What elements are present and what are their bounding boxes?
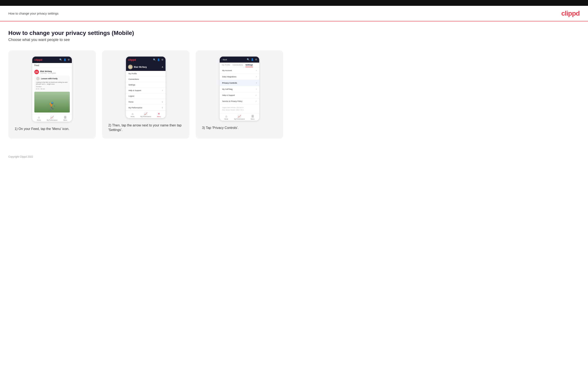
settings-item-helpsupport[interactable]: Help & Support ↗: [220, 92, 259, 98]
step-1-phone: clippd 🔍 👤 ⚙ Feed BM Blair McHarg: [32, 57, 72, 122]
step1-bottom-nav: ⌂ Home 📈 My Performance ☰ Menu: [32, 114, 72, 122]
step1-app-logo: clippd: [34, 58, 42, 61]
menu-item-settings[interactable]: Settings: [126, 82, 165, 88]
top-bar: [0, 0, 588, 6]
step3-app-icons: 🔍 👤 ⚙: [247, 58, 257, 61]
logo: clippd: [561, 9, 580, 17]
nav-menu3[interactable]: ☰ Menu: [246, 115, 259, 120]
home-icon: ⌂: [225, 115, 227, 118]
tab-myprofile[interactable]: My Profile: [222, 64, 230, 67]
step-2-phone: clippd 🔍 👤 ⚙ BM Blair McHarg ∧: [126, 57, 165, 118]
section-arrow: ∨: [162, 101, 163, 103]
step3-app-header: ‹ Back 🔍 👤 ⚙: [220, 57, 259, 63]
settings-icon: ⚙: [161, 58, 164, 61]
settings-item-dataintegrations[interactable]: Data Integrations ›: [220, 74, 259, 80]
arrow-icon: ›: [256, 88, 257, 90]
step1-app-header: clippd 🔍 👤 ⚙: [32, 57, 72, 63]
settings-tabs: My Profile Connections Settings: [220, 63, 259, 67]
user-icon: 👤: [63, 58, 66, 61]
settings-item-serviceprivacy[interactable]: Service & Privacy Policy ↗: [220, 98, 259, 104]
feed-post: BM Blair McHarg Yesterday · Sunningdale …: [32, 68, 72, 114]
user-icon: 👤: [157, 58, 160, 61]
nav-home3[interactable]: ⌂ Home: [220, 115, 233, 120]
nav-menu2-label: Menu: [157, 116, 161, 117]
arrow-icon: ›: [256, 82, 257, 84]
nav-home2[interactable]: ⌂ Home: [126, 112, 139, 117]
nav-performance-label: My Performance: [47, 119, 57, 121]
post-avatar: BM: [34, 70, 39, 74]
step1-app-icons: 🔍 👤 ⚙: [59, 58, 70, 61]
golf-image: 🏌️: [34, 92, 70, 112]
nav-performance2-label: My Performance: [140, 116, 151, 117]
tab-connections[interactable]: Connections: [233, 64, 243, 67]
settings-item-mygolfbag[interactable]: My Golf Bag ›: [220, 86, 259, 92]
menu-icon: ☰: [64, 116, 67, 119]
back-button[interactable]: ‹ Back: [222, 59, 227, 61]
menu-item-connections-label: Connections: [129, 78, 139, 80]
menu-section-home[interactable]: Home ∨: [126, 99, 165, 105]
nav-menu[interactable]: ☰ Menu: [59, 116, 72, 121]
menu-item-myprofile[interactable]: My Profile: [126, 71, 165, 76]
post-lesson-desc: Looking to feel like my hands are exitin…: [36, 81, 68, 85]
post-duration-value: 01 hr : 30 min: [36, 88, 68, 90]
post-content: 📋 Lesson with Fordy Looking to feel like…: [34, 75, 70, 92]
steps-container: clippd 🔍 👤 ⚙ Feed BM Blair McHarg: [8, 50, 283, 139]
step2-bottom-nav: ⌂ Home 📈 My Performance ✕ Menu: [126, 111, 165, 118]
header-title: How to change your privacy settings: [8, 12, 59, 15]
settings-icon: ⚙: [255, 58, 257, 61]
step-1-card: clippd 🔍 👤 ⚙ Feed BM Blair McHarg: [8, 50, 96, 139]
menu-item-helpsupport[interactable]: Help & Support ↗: [126, 88, 165, 93]
step-2-card: clippd 🔍 👤 ⚙ BM Blair McHarg ∧: [102, 50, 190, 139]
nav-performance3[interactable]: 📈 My Performance: [233, 115, 246, 120]
nav-performance2[interactable]: 📈 My Performance: [139, 112, 152, 117]
step2-app-icons: 🔍 👤 ⚙: [153, 58, 164, 61]
nav-home3-label: Home: [224, 118, 228, 120]
step-3-card: ‹ Back 🔍 👤 ⚙ My Profile Connections Sett…: [196, 50, 283, 139]
tab-settings[interactable]: Settings: [245, 64, 253, 67]
ext-icon: ↗: [255, 100, 257, 102]
menu-item-settings-label: Settings: [129, 84, 135, 86]
nav-menu3-label: Menu: [251, 118, 255, 120]
post-user-row: BM Blair McHarg Yesterday · Sunningdale: [34, 70, 70, 74]
menu-section-performance[interactable]: My Performance ∨: [126, 105, 165, 111]
post-lesson-title: Lesson with Fordy: [41, 78, 58, 80]
post-location: Yesterday · Sunningdale: [40, 72, 56, 74]
settings-item-serviceprivacy-label: Service & Privacy Policy: [222, 100, 242, 102]
settings-item-mygolfbag-label: My Golf Bag: [222, 88, 233, 90]
nav-performance[interactable]: 📈 My Performance: [45, 116, 59, 121]
section-arrow: ∨: [162, 107, 163, 109]
menu-user-row[interactable]: BM Blair McHarg ∧: [126, 63, 165, 71]
step2-app-logo: clippd: [128, 58, 136, 61]
post-duration: Duration: [36, 86, 68, 87]
home-icon: ⌂: [38, 116, 40, 119]
performance-icon: 📈: [144, 112, 147, 115]
copyright: Copyright Clippd 2022: [8, 155, 33, 158]
header: How to change your privacy settings clip…: [0, 6, 588, 21]
ext-icon: ↗: [162, 90, 163, 91]
step2-description: 2) Then, tap the arrow next to your name…: [108, 123, 183, 133]
menu-icon: ☰: [251, 115, 254, 118]
nav-menu2[interactable]: ✕ Menu: [152, 112, 165, 117]
menu-user-info: BM Blair McHarg: [128, 65, 147, 69]
menu-icon: ✕: [158, 112, 160, 115]
version-info: Clippd Client Version: 2022.8.3-3 GQL Se…: [220, 104, 259, 113]
search-icon: 🔍: [153, 58, 156, 61]
step3-description: 3) Tap 'Privacy Controls'.: [202, 125, 277, 130]
menu-item-connections[interactable]: Connections: [126, 76, 165, 82]
settings-item-myaccount[interactable]: My Account ›: [220, 67, 259, 74]
footer: Copyright Clippd 2022: [0, 151, 588, 162]
step2-app-header: clippd 🔍 👤 ⚙: [126, 57, 165, 63]
ext-icon: ↗: [255, 94, 257, 96]
nav-home[interactable]: ⌂ Home: [32, 116, 45, 121]
settings-item-privacycontrols[interactable]: Privacy Controls ›: [220, 80, 259, 86]
step1-description: 1) On your Feed, tap the 'Menu' icon.: [15, 127, 89, 131]
menu-item-helpsupport-label: Help & Support: [129, 89, 141, 92]
menu-item-myprofile-label: My Profile: [129, 73, 137, 75]
feed-tab: Feed: [32, 63, 72, 68]
page-heading: How to change your privacy settings (Mob…: [8, 30, 283, 36]
menu-section-performance-label: My Performance: [129, 107, 142, 109]
menu-item-logout[interactable]: Logout: [126, 93, 165, 99]
settings-list: My Account › Data Integrations › Privacy…: [220, 67, 259, 104]
search-icon: 🔍: [59, 58, 62, 61]
settings-item-helpsupport-label: Help & Support: [222, 94, 235, 96]
